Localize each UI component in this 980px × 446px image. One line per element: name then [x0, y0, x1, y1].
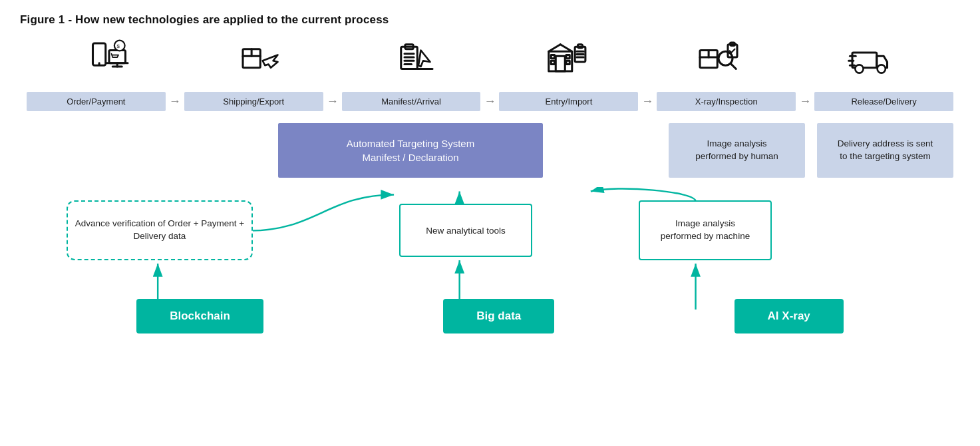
svg-rect-24	[566, 55, 570, 59]
verify-label: Advance verification of Order + Payment …	[75, 218, 245, 243]
phone-icon: $	[86, 39, 132, 85]
arrow-4: →	[638, 95, 657, 109]
verify-box: Advance verification of Order + Payment …	[67, 200, 253, 260]
analytical-label: New analytical tools	[426, 226, 505, 236]
svg-rect-25	[566, 61, 570, 64]
icon-group-manifest	[338, 39, 490, 85]
arrow-3: →	[480, 95, 499, 109]
steps-row: Order/Payment → Shipping/Export → Manife…	[20, 92, 960, 111]
blockchain-box: Blockchain	[136, 299, 263, 334]
aixray-label: AI X-ray	[768, 310, 810, 322]
svg-rect-19	[556, 56, 565, 71]
arrow-5: →	[796, 95, 814, 109]
icon-group-xray	[642, 39, 794, 85]
icon-group-delivery	[794, 39, 947, 85]
delivery-icon	[848, 39, 894, 85]
bigdata-box: Big data	[443, 299, 554, 334]
svg-text:$: $	[117, 43, 120, 49]
svg-line-20	[549, 45, 561, 52]
analytical-box: New analytical tools	[399, 204, 532, 257]
step-manifest: Manifest/Arrival	[342, 92, 481, 111]
svg-rect-23	[551, 61, 554, 64]
bottom-boxes: Blockchain Big data AI X-ray	[27, 299, 953, 334]
step-entry: Entry/Import	[499, 92, 638, 111]
shipping-icon	[238, 39, 285, 85]
svg-line-21	[560, 45, 572, 52]
entry-icon	[543, 39, 589, 85]
manifest-icon	[391, 39, 437, 85]
step-xray: X-ray/Inspection	[657, 92, 796, 111]
highlight-row: Automated Targeting SystemManifest / Dec…	[20, 123, 960, 178]
figure-title: Figure 1 - How new technologies are appl…	[20, 13, 960, 27]
svg-line-35	[731, 64, 736, 69]
image-analysis-human-label: Image analysisperformed by human	[695, 138, 778, 163]
diagram-area: Advance verification of Order + Payment …	[27, 187, 953, 334]
icons-row: $	[20, 39, 960, 85]
ats-label: Automated Targeting SystemManifest / Dec…	[347, 136, 474, 164]
arrow-1: →	[166, 95, 184, 109]
machine-label: Image analysisperformed by machine	[661, 218, 750, 243]
delivery-address-label: Delivery address is sentto the targeting…	[838, 138, 933, 163]
ats-box: Automated Targeting SystemManifest / Dec…	[278, 123, 543, 178]
step-release: Release/Delivery	[814, 92, 953, 111]
icon-group-order: $	[33, 39, 186, 85]
delivery-address-box: Delivery address is sentto the targeting…	[817, 123, 953, 178]
blockchain-label: Blockchain	[170, 310, 230, 322]
step-shipping: Shipping/Export	[184, 92, 323, 111]
aixray-box: AI X-ray	[735, 299, 844, 334]
arrow-2: →	[323, 95, 342, 109]
step-order: Order/Payment	[27, 92, 166, 111]
image-analysis-human-box: Image analysisperformed by human	[669, 123, 805, 178]
svg-rect-22	[551, 55, 554, 59]
machine-box: Image analysisperformed by machine	[639, 200, 772, 260]
xray-icon	[695, 39, 742, 85]
icon-group-shipping	[186, 39, 338, 85]
svg-point-39	[855, 65, 863, 73]
icon-group-entry	[490, 39, 642, 85]
bigdata-label: Big data	[476, 310, 521, 322]
svg-point-40	[877, 65, 885, 73]
